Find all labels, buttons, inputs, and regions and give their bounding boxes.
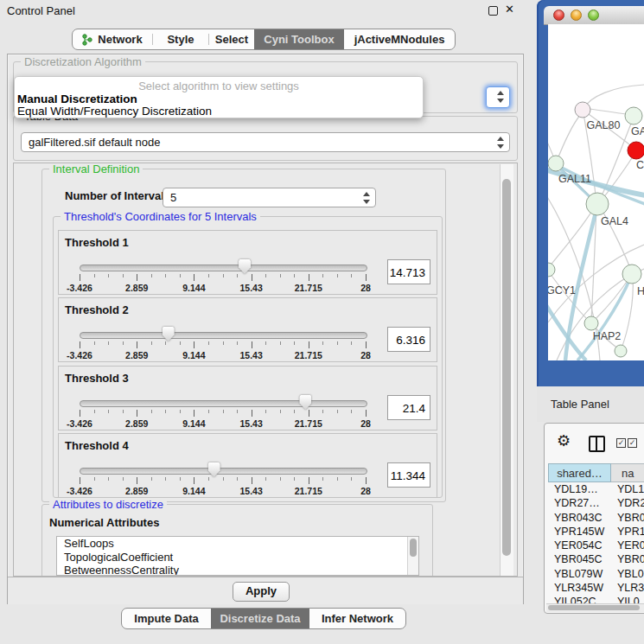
- network-node-gal[interactable]: [625, 107, 642, 124]
- tab-network[interactable]: Network: [73, 29, 152, 49]
- table-row[interactable]: YLR345WYLR3: [548, 582, 644, 596]
- threshold-2-value-field[interactable]: 6.316: [387, 327, 430, 352]
- network-node-hap2[interactable]: [584, 316, 598, 330]
- network-edge[interactable]: [556, 114, 581, 163]
- network-node-h[interactable]: [622, 265, 641, 284]
- cell-name[interactable]: YBL0: [611, 568, 644, 582]
- float-window-icon[interactable]: [488, 6, 498, 16]
- threshold-1-value-field[interactable]: 14.713: [387, 259, 430, 284]
- tab-style[interactable]: Style: [153, 29, 208, 49]
- tab-select[interactable]: Select: [209, 29, 254, 49]
- threshold-2-slider[interactable]: -3.4262.8599.14415.4321.71528: [80, 329, 366, 360]
- cell-shared-name[interactable]: YBR043C: [548, 512, 611, 526]
- cell-name[interactable]: YBR0: [611, 553, 644, 567]
- slider-thumb[interactable]: [299, 395, 311, 410]
- dropdown-option-manual-discretization[interactable]: Manual Discretization: [17, 92, 137, 105]
- table-row[interactable]: YPR145WYPR1: [548, 526, 644, 539]
- slider-tick-labels: -3.4262.8599.14415.4321.71528: [80, 418, 366, 429]
- attribute-list-item[interactable]: TopologicalCoefficient: [57, 551, 418, 564]
- cell-shared-name[interactable]: YDR27…: [548, 497, 611, 511]
- attribute-list-item[interactable]: SelfLoops: [57, 537, 418, 551]
- tab-infer-network[interactable]: Infer Network: [309, 609, 405, 628]
- column-header-name[interactable]: na: [611, 463, 644, 482]
- list-scrollbar[interactable]: [407, 537, 418, 575]
- algorithm-combobox[interactable]: [486, 86, 510, 108]
- network-node[interactable]: [615, 345, 627, 357]
- cell-name[interactable]: YDR2: [611, 497, 644, 511]
- tab-discretize-data[interactable]: Discretize Data: [211, 609, 309, 628]
- panel-scrollbar-thumb[interactable]: [502, 179, 511, 556]
- network-edge[interactable]: [584, 108, 631, 115]
- slider-thumb[interactable]: [239, 259, 251, 274]
- tab-cyni-toolbox[interactable]: Cyni Toolbox: [254, 29, 344, 49]
- cell-name[interactable]: YPR1: [611, 526, 644, 539]
- threshold-3-value-field[interactable]: 21.4: [387, 395, 430, 420]
- cell-shared-name[interactable]: YLR345W: [548, 582, 611, 596]
- table-data-combobox[interactable]: galFiltered.sif default node: [21, 132, 510, 152]
- numerical-attributes-list[interactable]: SelfLoopsTopologicalCoefficientBetweenne…: [56, 536, 419, 576]
- cell-name[interactable]: YER0: [611, 539, 644, 553]
- threshold-4-value-field[interactable]: 11.344: [387, 462, 430, 488]
- threshold-4-slider[interactable]: -3.4262.8599.14415.4321.71528: [80, 465, 366, 496]
- network-canvas[interactable]: GAL80GALCGAL11GAL4GCY1HHAP2: [548, 24, 644, 360]
- apply-button[interactable]: Apply: [233, 582, 290, 602]
- gear-icon[interactable]: ⚙: [557, 433, 571, 449]
- network-node-gcy1[interactable]: [548, 263, 555, 277]
- slider-tick: [94, 410, 95, 413]
- threshold-3-slider[interactable]: -3.4262.8599.14415.4321.71528: [80, 398, 366, 429]
- slider-tick: [280, 274, 281, 277]
- table-row[interactable]: YDL19…YDL1: [548, 483, 644, 497]
- list-scrollbar-thumb[interactable]: [410, 539, 417, 557]
- tab-jactivemnodules[interactable]: jActiveMNodules: [344, 29, 455, 49]
- slider-tick: [265, 410, 266, 413]
- tab-impute-data[interactable]: Impute Data: [122, 609, 211, 628]
- dropdown-option-equal-width-frequency[interactable]: Equal Width/Frequency Discretization: [17, 105, 212, 118]
- table-row[interactable]: YER054CYER0: [548, 539, 644, 553]
- panel-scrollbar[interactable]: [500, 164, 513, 576]
- slider-thumb[interactable]: [163, 327, 175, 341]
- network-node-gal80[interactable]: [575, 102, 590, 118]
- network-edge[interactable]: [600, 154, 634, 202]
- slider-track[interactable]: [80, 400, 367, 407]
- cell-name[interactable]: YBR0: [611, 512, 644, 526]
- threshold-2-block: Threshold 2 -3.4262.8599.14415.4321.7152…: [58, 297, 437, 362]
- table-row[interactable]: YBL079WYBL0: [548, 568, 644, 582]
- cell-shared-name[interactable]: YIL052C: [548, 596, 611, 603]
- cell-shared-name[interactable]: YER054C: [548, 539, 611, 553]
- network-node-c[interactable]: [628, 142, 644, 159]
- threshold-1-label: Threshold 1: [65, 236, 129, 249]
- table-row[interactable]: YIL052CYIL0: [548, 596, 644, 603]
- checkbox-icon[interactable]: ✓: [628, 438, 637, 448]
- table-scrollbar-thumb[interactable]: [548, 605, 640, 610]
- threshold-1-slider[interactable]: -3.4262.8599.14415.4321.71528: [80, 262, 366, 293]
- zoom-traffic-light-icon[interactable]: [588, 10, 599, 21]
- checkbox-icon[interactable]: ✓: [616, 438, 626, 448]
- cell-shared-name[interactable]: YDL19…: [548, 483, 611, 497]
- column-header-shared[interactable]: shared…: [548, 463, 611, 482]
- table-row[interactable]: YDR27…YDR2: [548, 497, 644, 511]
- cell-shared-name[interactable]: YBL079W: [548, 568, 611, 582]
- cell-name[interactable]: YLR3: [611, 582, 644, 596]
- slider-tick-labels: -3.4262.8599.14415.4321.71528: [80, 283, 366, 293]
- number-of-intervals-combobox[interactable]: 5: [163, 188, 376, 207]
- table-horizontal-scrollbar[interactable]: [546, 603, 644, 612]
- cell-name[interactable]: YDL1: [611, 483, 644, 497]
- minimize-traffic-light-icon[interactable]: [571, 10, 582, 21]
- close-icon[interactable]: ✕: [505, 3, 514, 16]
- table-row[interactable]: YBR043CYBR0: [548, 512, 644, 526]
- table-row[interactable]: YBR045CYBR0: [548, 553, 644, 567]
- cell-name[interactable]: YIL0: [611, 596, 644, 603]
- network-window-titlebar[interactable]: [544, 6, 644, 25]
- slider-track[interactable]: [80, 332, 367, 339]
- network-node-gal4[interactable]: [586, 193, 609, 215]
- cell-shared-name[interactable]: YPR145W: [548, 526, 611, 539]
- cell-shared-name[interactable]: YBR045C: [548, 553, 611, 567]
- slider-track[interactable]: [80, 265, 367, 271]
- split-columns-icon[interactable]: [589, 436, 605, 452]
- slider-track[interactable]: [80, 468, 367, 475]
- attribute-list-item[interactable]: BetweennessCentrality: [57, 564, 418, 576]
- close-traffic-light-icon[interactable]: [553, 10, 564, 21]
- slider-thumb[interactable]: [208, 462, 220, 477]
- network-edge[interactable]: [584, 85, 644, 108]
- network-node-gal11[interactable]: [548, 156, 564, 171]
